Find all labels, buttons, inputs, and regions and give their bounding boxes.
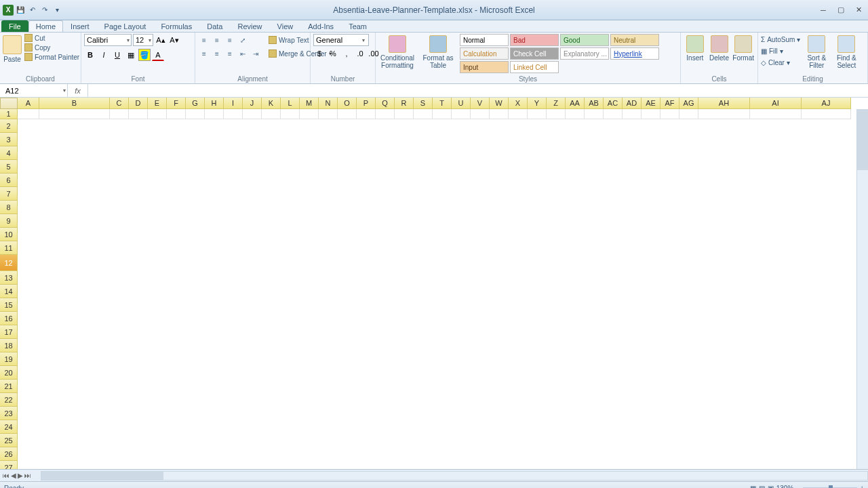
cell[interactable] bbox=[660, 109, 679, 119]
view-layout-icon[interactable]: ▤ bbox=[759, 485, 765, 488]
cell[interactable] bbox=[750, 109, 802, 119]
row-header[interactable]: 5 bbox=[0, 160, 18, 174]
align-right-button[interactable]: ≡ bbox=[224, 47, 236, 60]
cell[interactable] bbox=[585, 109, 604, 119]
align-top-button[interactable]: ≡ bbox=[198, 34, 210, 46]
cell-style-bad[interactable]: Bad bbox=[510, 34, 559, 46]
inc-decimal-button[interactable]: .0 bbox=[354, 47, 366, 60]
col-header[interactable]: F bbox=[167, 98, 186, 109]
cell[interactable] bbox=[698, 109, 750, 119]
cell-style-linkedcell[interactable]: Linked Cell bbox=[510, 61, 559, 73]
percent-button[interactable]: % bbox=[327, 47, 339, 60]
redo-icon[interactable]: ↷ bbox=[39, 5, 50, 16]
col-header[interactable]: W bbox=[490, 98, 509, 109]
tab-add-ins[interactable]: Add-Ins bbox=[300, 20, 341, 32]
cell[interactable] bbox=[338, 109, 357, 119]
scrollbar-thumb[interactable] bbox=[41, 472, 163, 480]
autosum-button[interactable]: Σ AutoSum ▾ bbox=[761, 34, 800, 45]
first-sheet-icon[interactable]: ⏮ bbox=[3, 472, 9, 479]
cell[interactable] bbox=[262, 109, 281, 119]
col-header[interactable]: U bbox=[452, 98, 471, 109]
row-header[interactable]: 24 bbox=[0, 420, 18, 434]
close-button[interactable]: ✕ bbox=[850, 5, 867, 16]
row-header[interactable]: 8 bbox=[0, 201, 18, 214]
paste-button[interactable]: Paste bbox=[3, 34, 22, 63]
clear-button[interactable]: ◇ Clear ▾ bbox=[761, 57, 800, 68]
row-header[interactable]: 23 bbox=[0, 407, 18, 420]
col-header[interactable]: AC bbox=[604, 98, 623, 109]
cells-area[interactable] bbox=[18, 109, 851, 469]
col-header[interactable]: AH bbox=[698, 98, 750, 109]
formula-input[interactable] bbox=[88, 84, 868, 97]
cell[interactable] bbox=[39, 109, 110, 119]
cell[interactable] bbox=[376, 109, 395, 119]
italic-button[interactable]: I bbox=[98, 49, 110, 61]
col-header[interactable]: G bbox=[186, 98, 205, 109]
row-header[interactable]: 16 bbox=[0, 312, 18, 325]
format-cells-button[interactable]: Format bbox=[732, 34, 755, 62]
cell[interactable] bbox=[802, 109, 851, 119]
select-all-corner[interactable] bbox=[0, 98, 18, 109]
align-center-button[interactable]: ≡ bbox=[211, 47, 223, 60]
cell[interactable] bbox=[471, 109, 490, 119]
view-break-icon[interactable]: ▣ bbox=[768, 485, 774, 488]
tab-data[interactable]: Data bbox=[199, 20, 230, 32]
tab-team[interactable]: Team bbox=[341, 20, 374, 32]
underline-button[interactable]: U bbox=[111, 49, 123, 61]
font-size-select[interactable]: 12▾ bbox=[133, 34, 153, 46]
cell-style-explanatory[interactable]: Explanatory ... bbox=[560, 47, 609, 60]
tab-home[interactable]: Home bbox=[28, 20, 63, 32]
col-header[interactable]: N bbox=[319, 98, 338, 109]
cell-style-checkcell[interactable]: Check Cell bbox=[510, 47, 559, 60]
number-format-select[interactable]: General▾ bbox=[313, 34, 369, 46]
col-header[interactable]: P bbox=[357, 98, 376, 109]
grow-font-button[interactable]: A▴ bbox=[155, 34, 167, 46]
copy-button[interactable]: Copy bbox=[24, 43, 79, 52]
tab-insert[interactable]: Insert bbox=[63, 20, 97, 32]
cell[interactable] bbox=[148, 109, 167, 119]
indent-inc-button[interactable]: ⇥ bbox=[250, 47, 262, 60]
cell[interactable] bbox=[414, 109, 433, 119]
sheet-nav-buttons[interactable]: ⏮◀▶⏭ bbox=[0, 472, 34, 479]
row-header[interactable]: 12 bbox=[0, 255, 18, 271]
col-header[interactable]: AE bbox=[642, 98, 660, 109]
qat-dropdown-icon[interactable]: ▾ bbox=[52, 5, 62, 16]
cell[interactable] bbox=[300, 109, 319, 119]
delete-cells-button[interactable]: Delete bbox=[708, 34, 731, 62]
cell[interactable] bbox=[18, 109, 39, 119]
cell-styles-gallery[interactable]: NormalBadGoodNeutralCalculationCheck Cel… bbox=[460, 34, 659, 73]
cell[interactable] bbox=[679, 109, 698, 119]
col-header[interactable]: R bbox=[395, 98, 414, 109]
cell[interactable] bbox=[528, 109, 547, 119]
row-header[interactable]: 26 bbox=[0, 447, 18, 461]
col-header[interactable]: C bbox=[110, 98, 129, 109]
cell[interactable] bbox=[490, 109, 509, 119]
fill-button[interactable]: ▦ Fill ▾ bbox=[761, 45, 800, 56]
undo-icon[interactable]: ↶ bbox=[27, 5, 38, 16]
col-header[interactable]: AG bbox=[679, 98, 698, 109]
cell[interactable] bbox=[509, 109, 528, 119]
col-header[interactable]: X bbox=[509, 98, 528, 109]
cell[interactable] bbox=[110, 109, 129, 119]
row-header[interactable]: 22 bbox=[0, 393, 18, 407]
col-header[interactable]: A bbox=[18, 98, 39, 109]
bold-button[interactable]: B bbox=[84, 49, 96, 61]
maximize-button[interactable]: ▢ bbox=[833, 5, 849, 16]
find-select-button[interactable]: Find & Select bbox=[833, 34, 860, 69]
zoom-level[interactable]: 130% bbox=[776, 485, 794, 488]
row-header[interactable]: 9 bbox=[0, 214, 18, 228]
row-header[interactable]: 2 bbox=[0, 119, 18, 133]
tab-page-layout[interactable]: Page Layout bbox=[97, 20, 154, 32]
cell[interactable] bbox=[205, 109, 224, 119]
format-painter-button[interactable]: Format Painter bbox=[24, 53, 79, 61]
col-header[interactable]: O bbox=[338, 98, 357, 109]
scrollbar-thumb[interactable] bbox=[857, 109, 868, 170]
col-header[interactable]: S bbox=[414, 98, 433, 109]
cell-style-neutral[interactable]: Neutral bbox=[610, 34, 659, 46]
tab-view[interactable]: View bbox=[270, 20, 301, 32]
col-header[interactable]: E bbox=[148, 98, 167, 109]
cell[interactable] bbox=[186, 109, 205, 119]
zoom-thumb[interactable] bbox=[829, 485, 833, 489]
row-header[interactable]: 20 bbox=[0, 366, 18, 380]
col-header[interactable]: AA bbox=[566, 98, 585, 109]
